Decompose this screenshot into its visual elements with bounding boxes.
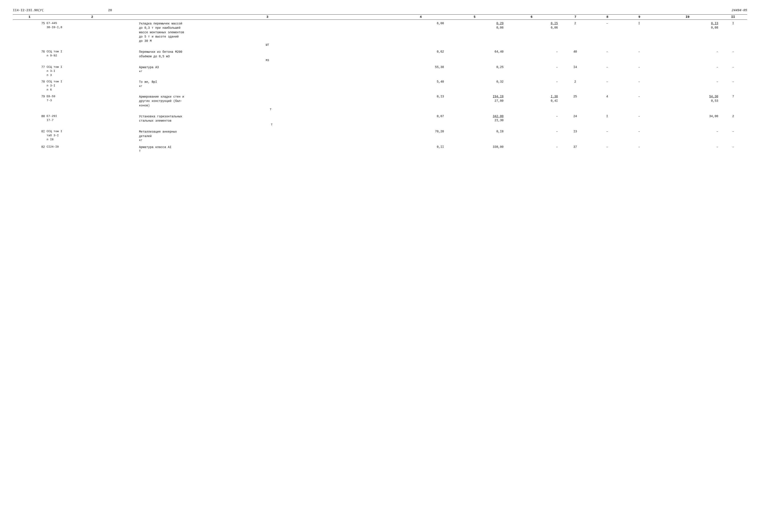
row-81-num: 8I <box>13 127 46 143</box>
row-76-col11: – <box>719 48 747 63</box>
row-75-col8: – <box>592 20 623 48</box>
row-80-col11: 2 <box>719 112 747 127</box>
row-82-col10: – <box>656 143 719 154</box>
row-77-col4: 55,38 <box>397 63 445 78</box>
row-82-col11: – <box>719 143 747 154</box>
row-78-col9: – <box>623 78 656 92</box>
row-77-col11: – <box>719 63 747 78</box>
row-76-num: 76 <box>13 48 46 63</box>
row-75-col5: 0,290,08 <box>445 20 504 48</box>
row-76-col4: 0,62 <box>397 48 445 63</box>
col-header-1: 1 <box>13 15 46 20</box>
table-row: 77 ССЦ том I п 3-I п 3 Арматура А3кг 55,… <box>13 63 747 78</box>
col-header-4: 4 <box>397 15 445 20</box>
col-header-8: 8 <box>592 15 623 20</box>
row-79-col7: 25 <box>559 92 592 112</box>
row-77-num: 77 <box>13 63 46 78</box>
row-79-num: 79 <box>13 92 46 112</box>
row-75-col4: 6,00 <box>397 20 445 48</box>
row-77-col10: – <box>656 63 719 78</box>
row-80-desc: Установка горизонтальныхстальных элемент… <box>138 112 397 127</box>
row-76-code: ССЦ том I п 9-92 <box>46 48 138 63</box>
row-79-col11: 7 <box>719 92 747 112</box>
table-row: 75 Е7-445 38-I0-I,8 Укладка перемычек ма… <box>13 20 747 48</box>
row-81-col4: 70,20 <box>397 127 445 143</box>
row-78-col7: 2 <box>559 78 592 92</box>
row-82-col8: – <box>592 143 623 154</box>
col-header-5: 5 <box>445 15 504 20</box>
row-77-desc: Арматура А3кг <box>138 63 397 78</box>
row-82-col5: 338,00 <box>445 143 504 154</box>
row-79-col9: – <box>623 92 656 112</box>
row-80-col5: 342,002I,30 <box>445 112 504 127</box>
table-row: 82 СI24-I0 Арматура класса АIТ 0,II 338,… <box>13 143 747 154</box>
table-row: 79 Е8-59 7-3 Армирование кладки стен идр… <box>13 92 747 112</box>
row-81-col9: – <box>623 127 656 143</box>
row-78-col11: – <box>719 78 747 92</box>
row-77-col7: I4 <box>559 63 592 78</box>
col-header-3: 3 <box>138 15 397 20</box>
row-79-col6: I,380,4I <box>504 92 559 112</box>
row-76-col8: – <box>592 48 623 63</box>
row-82-num: 82 <box>13 143 46 154</box>
header-right: 24494-05 <box>732 9 747 12</box>
row-76-col9: – <box>623 48 656 63</box>
row-77-col8: – <box>592 63 623 78</box>
col-header-10: I0 <box>656 15 719 20</box>
header-left: II4-I2-23I.90(У( <box>13 9 44 12</box>
row-75-col10: 0,I30,08 <box>656 20 719 48</box>
row-78-code: ССЦ том I п 3-I п 6 <box>46 78 138 92</box>
row-81-col10: – <box>656 127 719 143</box>
row-77-col5: 0,25 <box>445 63 504 78</box>
row-79-col10: 54,300,53 <box>656 92 719 112</box>
row-78-col8: – <box>592 78 623 92</box>
row-78-col6: – <box>504 78 559 92</box>
row-81-col7: I3 <box>559 127 592 143</box>
row-80-col8: I <box>592 112 623 127</box>
row-80-col9: – <box>623 112 656 127</box>
row-79-col5: I94,I827,80 <box>445 92 504 112</box>
row-81-col5: 0,I8 <box>445 127 504 143</box>
table-row: 78 ССЦ том I п 3-I п 6 То же, ВрIкг 5,40… <box>13 78 747 92</box>
row-75-num: 75 <box>13 20 46 48</box>
row-81-col6: – <box>504 127 559 143</box>
row-75-desc: Укладка перемычек массойдо 0,3 т при наи… <box>138 20 397 48</box>
row-77-col9: – <box>623 63 656 78</box>
col-header-7: 7 <box>559 15 592 20</box>
row-82-col9: – <box>623 143 656 154</box>
row-82-col6: – <box>504 143 559 154</box>
row-75-col9: I <box>623 20 656 48</box>
row-76-col6: – <box>504 48 559 63</box>
col-header-11: II <box>719 15 747 20</box>
row-82-code: СI24-I0 <box>46 143 138 154</box>
row-78-col10: – <box>656 78 719 92</box>
row-76-col7: 40 <box>559 48 592 63</box>
row-75-col6: 0,I50,06 <box>504 20 559 48</box>
col-header-9: 9 <box>623 15 656 20</box>
row-82-col7: 37 <box>559 143 592 154</box>
row-78-desc: То же, ВрIкг <box>138 78 397 92</box>
col-header-6: 6 <box>504 15 559 20</box>
row-77-col6: – <box>504 63 559 78</box>
row-75-col11: I <box>719 20 747 48</box>
row-76-desc: Перемычки из бетона М200объёмом до 0,5 м… <box>138 48 397 63</box>
row-80-code: Е7-29I I7-7 <box>46 112 138 127</box>
row-76-col5: 64,40 <box>445 48 504 63</box>
row-81-col8: – <box>592 127 623 143</box>
row-81-desc: Металлизация анкерныхдеталейкг <box>138 127 397 143</box>
table-row: 76 ССЦ том I п 9-92 Перемычки из бетона … <box>13 48 747 63</box>
row-76-col10: – <box>656 48 719 63</box>
row-80-num: 80 <box>13 112 46 127</box>
row-78-col4: 5,40 <box>397 78 445 92</box>
row-80-col10: 34,00 <box>656 112 719 127</box>
row-79-col4: 0,I3 <box>397 92 445 112</box>
table-row: 80 Е7-29I I7-7 Установка горизонтальныхс… <box>13 112 747 127</box>
row-81-code: ССЦ том I таб 3-I п I8 <box>46 127 138 143</box>
row-78-num: 78 <box>13 78 46 92</box>
row-80-col7: 24 <box>559 112 592 127</box>
row-80-col6: – <box>504 112 559 127</box>
row-80-col4: 0,07 <box>397 112 445 127</box>
row-75-col7: 2 <box>559 20 592 48</box>
header-center: 20 <box>108 9 112 12</box>
row-79-desc: Армирование кладки стен идругих конструк… <box>138 92 397 112</box>
